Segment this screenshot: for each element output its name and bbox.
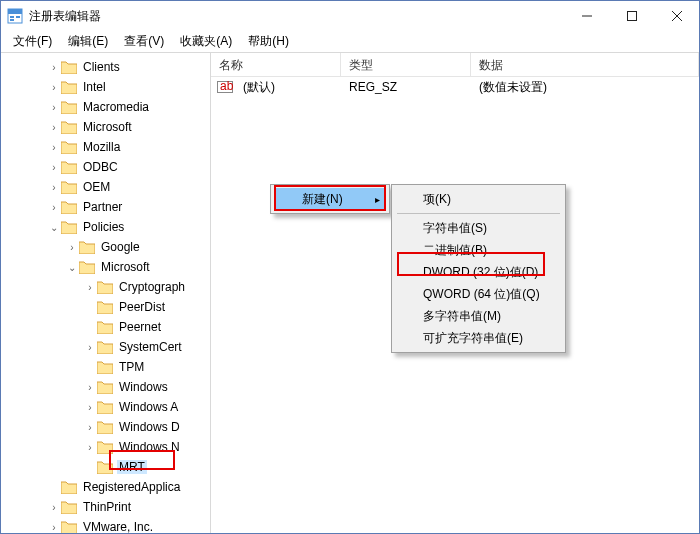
tree-item[interactable]: Clients	[81, 60, 122, 74]
expand-icon[interactable]: ›	[83, 342, 97, 353]
col-name[interactable]: 名称	[211, 53, 341, 76]
tree-item[interactable]: RegisteredApplica	[81, 480, 182, 494]
menu-view[interactable]: 查看(V)	[118, 31, 170, 52]
app-icon	[7, 8, 23, 24]
tree-item[interactable]: Windows D	[117, 420, 182, 434]
tree-item[interactable]: SystemCert	[117, 340, 184, 354]
value-row[interactable]: (默认) REG_SZ (数值未设置)	[211, 77, 699, 97]
expand-icon[interactable]: ›	[83, 382, 97, 393]
string-value-icon	[217, 79, 233, 95]
tree-item[interactable]: Mozilla	[81, 140, 122, 154]
expand-icon[interactable]: ›	[83, 422, 97, 433]
ctx-new-label: 新建(N)	[302, 191, 343, 208]
tree-item[interactable]: Peernet	[117, 320, 163, 334]
ctx-new-key[interactable]: 项(K)	[395, 188, 562, 210]
tree-item[interactable]: Microsoft	[99, 260, 152, 274]
collapse-icon[interactable]: ⌄	[47, 222, 61, 233]
cell-data: (数值未设置)	[471, 79, 699, 96]
tree-item[interactable]: TPM	[117, 360, 146, 374]
window-title: 注册表编辑器	[29, 8, 564, 25]
registry-editor-window: 注册表编辑器 文件(F) 编辑(E) 查看(V) 收藏夹(A) 帮助(H) ›C…	[0, 0, 700, 534]
close-button[interactable]	[654, 1, 699, 30]
menu-file[interactable]: 文件(F)	[7, 31, 58, 52]
content-area: ›Clients ›Intel ›Macromedia ›Microsoft ›…	[1, 53, 699, 533]
context-submenu-new: 项(K) 字符串值(S) 二进制值(B) DWORD (32 位)值(D) QW…	[391, 184, 566, 353]
tree-item[interactable]: PeerDist	[117, 300, 167, 314]
value-list-pane: 名称 类型 数据 (默认) REG_SZ (数值未设置) 新建(N) ▸ 项(K…	[211, 53, 699, 533]
column-headers: 名称 类型 数据	[211, 53, 699, 77]
window-controls	[564, 1, 699, 31]
ctx-new-string[interactable]: 字符串值(S)	[395, 217, 562, 239]
col-type[interactable]: 类型	[341, 53, 471, 76]
expand-icon[interactable]: ›	[65, 242, 79, 253]
menubar: 文件(F) 编辑(E) 查看(V) 收藏夹(A) 帮助(H)	[1, 31, 699, 53]
tree-item-selected[interactable]: MRT	[117, 460, 147, 474]
expand-icon[interactable]: ›	[83, 442, 97, 453]
tree-item[interactable]: Windows A	[117, 400, 180, 414]
expand-icon[interactable]: ›	[47, 82, 61, 93]
tree-item[interactable]: Cryptograph	[117, 280, 187, 294]
tree-pane[interactable]: ›Clients ›Intel ›Macromedia ›Microsoft ›…	[1, 53, 211, 533]
tree-item[interactable]: VMware, Inc.	[81, 520, 155, 533]
tree-item[interactable]: Windows N	[117, 440, 182, 454]
context-menu: 新建(N) ▸	[270, 184, 390, 214]
expand-icon[interactable]: ›	[47, 182, 61, 193]
expand-icon[interactable]: ›	[47, 122, 61, 133]
minimize-button[interactable]	[564, 1, 609, 30]
tree-item[interactable]: Windows	[117, 380, 170, 394]
expand-icon[interactable]: ›	[47, 142, 61, 153]
menu-edit[interactable]: 编辑(E)	[62, 31, 114, 52]
collapse-icon[interactable]: ⌄	[65, 262, 79, 273]
submenu-arrow-icon: ▸	[375, 194, 380, 205]
tree-item[interactable]: ODBC	[81, 160, 120, 174]
expand-icon[interactable]: ›	[83, 402, 97, 413]
expand-icon[interactable]: ›	[83, 282, 97, 293]
expand-icon[interactable]: ›	[47, 162, 61, 173]
menu-help[interactable]: 帮助(H)	[242, 31, 295, 52]
expand-icon[interactable]: ›	[47, 62, 61, 73]
expand-icon[interactable]: ›	[47, 202, 61, 213]
expand-icon[interactable]: ›	[47, 522, 61, 533]
col-data[interactable]: 数据	[471, 53, 699, 76]
tree-item[interactable]: Microsoft	[81, 120, 134, 134]
tree-item[interactable]: Policies	[81, 220, 126, 234]
tree-item[interactable]: Google	[99, 240, 142, 254]
menu-favorites[interactable]: 收藏夹(A)	[174, 31, 238, 52]
tree-item[interactable]: Intel	[81, 80, 108, 94]
ctx-new[interactable]: 新建(N) ▸	[274, 188, 386, 210]
ctx-new-expandstring[interactable]: 可扩充字符串值(E)	[395, 327, 562, 349]
tree-item[interactable]: Partner	[81, 200, 124, 214]
expand-icon[interactable]: ›	[47, 102, 61, 113]
maximize-button[interactable]	[609, 1, 654, 30]
ctx-new-multistring[interactable]: 多字符串值(M)	[395, 305, 562, 327]
tree-item[interactable]: Macromedia	[81, 100, 151, 114]
ctx-new-binary[interactable]: 二进制值(B)	[395, 239, 562, 261]
tree-item[interactable]: ThinPrint	[81, 500, 133, 514]
ctx-new-qword[interactable]: QWORD (64 位)值(Q)	[395, 283, 562, 305]
cell-name: (默认)	[235, 79, 341, 96]
tree-item[interactable]: OEM	[81, 180, 112, 194]
svg-rect-7	[627, 11, 636, 20]
ctx-new-dword[interactable]: DWORD (32 位)值(D)	[395, 261, 562, 283]
titlebar: 注册表编辑器	[1, 1, 699, 31]
cell-type: REG_SZ	[341, 80, 471, 94]
expand-icon[interactable]: ›	[47, 502, 61, 513]
